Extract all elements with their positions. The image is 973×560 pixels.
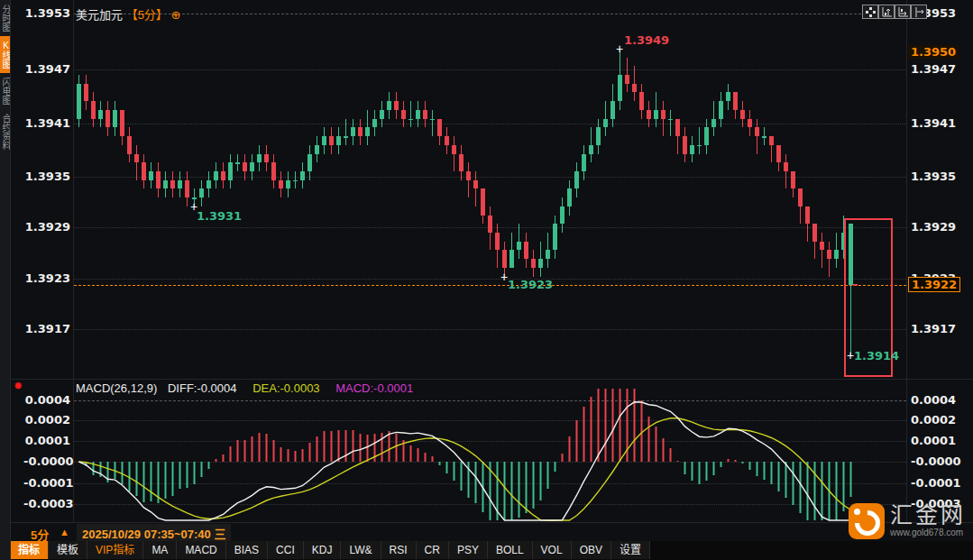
macd-hist-bar xyxy=(807,462,809,520)
macd-hist-bar xyxy=(216,459,217,462)
macd-axis-label-right: 0.0002 xyxy=(911,413,956,427)
macd-axis-label-left: 0.0002 xyxy=(23,413,70,427)
tab-KDJ[interactable]: KDJ xyxy=(304,541,342,559)
tab-设置[interactable]: 设置 xyxy=(611,541,650,559)
macd-hist-bar xyxy=(302,449,304,462)
macd-hist-bar xyxy=(410,445,412,462)
macd-hist-bar xyxy=(699,462,701,484)
macd-hist-bar xyxy=(814,462,816,520)
macd-hist-bar xyxy=(843,462,845,511)
macd-hist-bar xyxy=(172,462,174,496)
macd-hist-bar xyxy=(143,462,145,502)
price-axis-label-right: 1.3917 xyxy=(911,322,956,335)
tab-RSI[interactable]: RSI xyxy=(381,541,417,559)
macd-dea-value: DEA:-0.0003 xyxy=(252,381,319,395)
pan-crosshair-button[interactable] xyxy=(862,5,878,19)
sidebar-item-分时图[interactable]: 分时图 xyxy=(0,0,10,36)
macd-hist-bar xyxy=(324,431,326,462)
plus-circle-icon[interactable]: ⊕ xyxy=(171,8,181,22)
last-price-tick xyxy=(853,284,858,286)
crosshair-marker: + xyxy=(847,351,854,360)
sidebar-item-闪电图[interactable]: 闪电图 xyxy=(0,73,10,109)
macd-axis-label-left: -0.0000 xyxy=(23,454,70,468)
macd-chart[interactable] xyxy=(0,0,973,560)
tab-OBV[interactable]: OBV xyxy=(572,541,611,559)
red-blink-dot-icon[interactable]: ✹ xyxy=(14,380,23,392)
macd-hist-bar xyxy=(280,447,282,462)
tab-BOLL[interactable]: BOLL xyxy=(488,541,533,559)
macd-hist-bar xyxy=(194,462,196,484)
macd-hist-bar xyxy=(778,462,780,491)
price-axis-label-right: 1.3941 xyxy=(911,116,956,130)
macd-hist-bar xyxy=(187,462,188,488)
macd-hist-bar xyxy=(793,462,794,505)
tab-CCI[interactable]: CCI xyxy=(268,541,304,559)
macd-hist-bar xyxy=(511,462,513,520)
macd-hist-bar xyxy=(309,443,311,462)
site-logo[interactable]: 汇金网 www.gold678.com xyxy=(849,503,966,539)
arrow-exit-right-icon xyxy=(914,7,924,17)
macd-hist-bar xyxy=(425,453,427,462)
macd-hist-bar xyxy=(742,462,744,464)
macd-hist-bar xyxy=(677,461,679,462)
tab-MA[interactable]: MA xyxy=(143,541,177,559)
tab-模板[interactable]: 模板 xyxy=(49,541,87,559)
macd-hist-bar xyxy=(136,462,138,496)
macd-hist-bar xyxy=(735,460,737,462)
macd-axis-label-right: -0.0001 xyxy=(911,476,961,490)
macd-hist-bar xyxy=(822,462,823,520)
macd-hist-bar xyxy=(526,462,528,513)
macd-hist-bar xyxy=(446,462,448,473)
macd-axis-label-right: -0.0000 xyxy=(911,454,961,468)
macd-hist-bar xyxy=(569,436,571,462)
macd-axis-label-right: 0.0001 xyxy=(911,434,956,447)
macd-hist-bar xyxy=(562,454,564,462)
macd-hist-bar xyxy=(432,456,434,462)
crosshair-marker: + xyxy=(616,44,623,53)
price-axis-label-right: 1.3929 xyxy=(911,220,956,234)
macd-hist-bar xyxy=(598,389,600,462)
macd-hist-bar xyxy=(230,446,232,462)
logo-title: 汇金网 xyxy=(890,503,966,527)
macd-hist-bar xyxy=(519,462,520,518)
tab-指标[interactable]: 指标 xyxy=(10,541,49,559)
macd-hist-bar xyxy=(728,459,730,462)
tab-BIAS[interactable]: BIAS xyxy=(226,541,268,559)
zoom-axis-up-button[interactable] xyxy=(878,5,895,19)
sidebar-item-合约资料[interactable]: 合约资料 xyxy=(0,109,10,154)
macd-hist-bar xyxy=(259,433,261,462)
macd-title: MACD(26,12,9) xyxy=(76,381,157,395)
macd-hist-bar xyxy=(468,462,470,498)
macd-hist-bar xyxy=(648,417,650,462)
tab-VOL[interactable]: VOL xyxy=(533,541,572,559)
macd-axis-label-left: 0.0001 xyxy=(23,434,70,447)
chart-type-sidebar: 分时图K线图闪电图合约资料 xyxy=(0,0,11,560)
macd-hist-bar xyxy=(237,440,239,462)
macd-hist-bar xyxy=(266,434,268,462)
macd-axis-label-right: 0.0004 xyxy=(911,393,956,407)
tab-CR[interactable]: CR xyxy=(417,541,449,559)
tab-PSY[interactable]: PSY xyxy=(449,541,488,559)
tab-MACD[interactable]: MACD xyxy=(177,541,225,559)
macd-hist-bar xyxy=(684,462,686,474)
tab-VIP指标[interactable]: VIP指标 xyxy=(87,541,143,559)
zoom-axis-right-button[interactable] xyxy=(895,5,911,19)
macd-header: MACD(26,12,9) DIFF:-0.0004 DEA:-0.0003 M… xyxy=(76,381,413,395)
macd-hist-bar xyxy=(461,462,463,491)
period-tag: 【5分】 xyxy=(126,8,168,22)
tab-LW&[interactable]: LW& xyxy=(341,541,381,559)
macd-hist-bar xyxy=(785,462,787,498)
macd-hist-bar xyxy=(612,389,614,462)
macd-hist-bar xyxy=(418,448,419,462)
macd-hist-bar xyxy=(244,440,246,462)
macd-macd-value: MACD:-0.0001 xyxy=(335,381,413,395)
sidebar-item-K线图[interactable]: K线图 xyxy=(0,36,10,73)
macd-hist-bar xyxy=(663,438,665,462)
period-up-arrow-icon[interactable]: ▲ xyxy=(60,527,69,537)
price-annotation: 1.3914 xyxy=(854,349,899,363)
scroll-to-latest-button[interactable] xyxy=(911,5,927,19)
macd-hist-bar xyxy=(288,449,289,462)
macd-hist-bar xyxy=(151,462,152,501)
macd-hist-bar xyxy=(331,431,333,462)
macd-hist-bar xyxy=(475,462,477,503)
